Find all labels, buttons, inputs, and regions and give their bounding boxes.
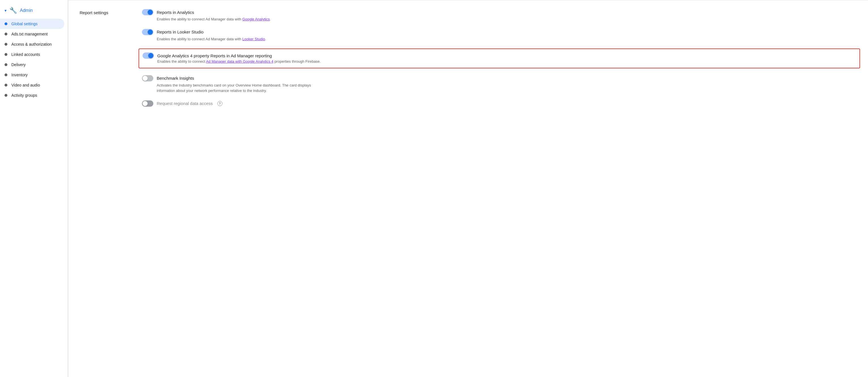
toggle-track-benchmark-insights[interactable] [142,75,153,81]
admin-label: Admin [20,8,33,13]
main-content: Report settings Reports in Analytics Ena… [68,0,868,377]
top-border [68,0,868,0]
sidebar-label-activity-groups: Activity groups [11,93,37,97]
setting-reports-looker: Reports in Looker Studio Enables the abi… [142,29,857,42]
nav-dot-access-authorization [4,43,7,46]
sidebar-item-inventory[interactable]: Inventory [0,70,64,80]
sidebar-label-inventory: Inventory [11,72,28,77]
sidebar-item-global-settings[interactable]: Global settings [0,19,64,29]
sidebar-label-access-authorization: Access & authorization [11,42,52,47]
toggle-thumb-benchmark-insights [143,76,148,81]
setting-regional-data-access: Request regional data access ? [142,100,857,107]
setting-title-benchmark-insights: Benchmark Insights [157,76,194,81]
google-analytics-link[interactable]: Google Analytics [242,17,270,21]
sidebar-label-global-settings: Global settings [11,22,38,26]
nav-dot-delivery [4,63,7,66]
setting-header-reports-looker: Reports in Looker Studio [142,29,857,35]
nav-dot-inventory [4,74,7,76]
setting-ga4-reports: Google Analytics 4 property Reports in A… [142,49,857,68]
sidebar-item-activity-groups[interactable]: Activity groups [0,90,64,100]
setting-header-benchmark-insights: Benchmark Insights [142,75,857,81]
nav-dot-global-settings [4,22,7,25]
toggle-ga4-reports[interactable] [143,53,154,59]
toggle-track-ga4-reports[interactable] [143,53,154,59]
setting-title-reports-analytics: Reports in Analytics [157,10,194,15]
setting-header-reports-analytics: Reports in Analytics [142,9,857,15]
toggle-thumb-reports-analytics [148,10,153,15]
sidebar-item-ads-txt[interactable]: Ads.txt management [0,29,64,39]
chevron-icon: ▾ [4,8,6,13]
nav-dot-linked-accounts [4,53,7,56]
sidebar-label-linked-accounts: Linked accounts [11,52,40,57]
sidebar-item-delivery[interactable]: Delivery [0,60,64,70]
sidebar-label-video-audio: Video and audio [11,83,40,87]
toggle-regional-data-access[interactable] [142,100,153,107]
admin-header[interactable]: ▾ 🔧 Admin [0,4,68,19]
setting-header-regional-data-access: Request regional data access ? [142,100,857,107]
setting-desc-ga4-reports: Enables the ability to connect Ad Manage… [157,59,327,64]
setting-title-ga4-reports: Google Analytics 4 property Reports in A… [157,53,272,58]
toggle-reports-looker[interactable] [142,29,153,35]
setting-title-regional-data-access: Request regional data access [157,101,213,106]
sidebar: ▾ 🔧 Admin Global settings Ads.txt manage… [0,0,68,377]
toggle-thumb-reports-looker [148,29,153,35]
setting-header-ga4-reports: Google Analytics 4 property Reports in A… [143,53,856,59]
report-settings-section: Report settings Reports in Analytics Ena… [80,9,857,107]
settings-list: Reports in Analytics Enables the ability… [142,9,857,107]
ga4-link[interactable]: Ad Manager data with Google Analytics 4 [206,59,274,63]
toggle-benchmark-insights[interactable] [142,75,153,81]
setting-reports-analytics: Reports in Analytics Enables the ability… [142,9,857,22]
nav-dot-ads-txt [4,33,7,35]
toggle-track-reports-looker[interactable] [142,29,153,35]
setting-desc-benchmark-insights: Activates the Industry benchmarks card o… [157,83,327,94]
setting-benchmark-insights: Benchmark Insights Activates the Industr… [142,75,857,94]
sidebar-item-access-authorization[interactable]: Access & authorization [0,39,64,49]
section-title: Report settings [80,9,131,107]
sidebar-nav: Global settings Ads.txt management Acces… [0,19,68,100]
admin-icon: 🔧 [9,7,17,14]
help-icon-regional-data-access[interactable]: ? [217,101,222,106]
toggle-track-regional-data-access[interactable] [142,100,153,107]
setting-desc-reports-looker: Enables the ability to connect Ad Manage… [157,36,327,42]
looker-studio-link[interactable]: Looker Studio [242,37,265,41]
sidebar-label-delivery: Delivery [11,62,26,67]
setting-title-reports-looker: Reports in Looker Studio [157,29,204,34]
sidebar-item-video-audio[interactable]: Video and audio [0,80,64,90]
setting-desc-reports-analytics: Enables the ability to connect Ad Manage… [157,17,327,22]
toggle-track-reports-analytics[interactable] [142,9,153,15]
toggle-thumb-ga4-reports [148,53,153,58]
toggle-thumb-regional-data-access [143,101,148,106]
highlighted-box: Google Analytics 4 property Reports in A… [138,49,860,68]
nav-dot-activity-groups [4,94,7,97]
sidebar-label-ads-txt: Ads.txt management [11,32,48,36]
sidebar-item-linked-accounts[interactable]: Linked accounts [0,49,64,60]
nav-dot-video-audio [4,84,7,87]
toggle-reports-analytics[interactable] [142,9,153,15]
